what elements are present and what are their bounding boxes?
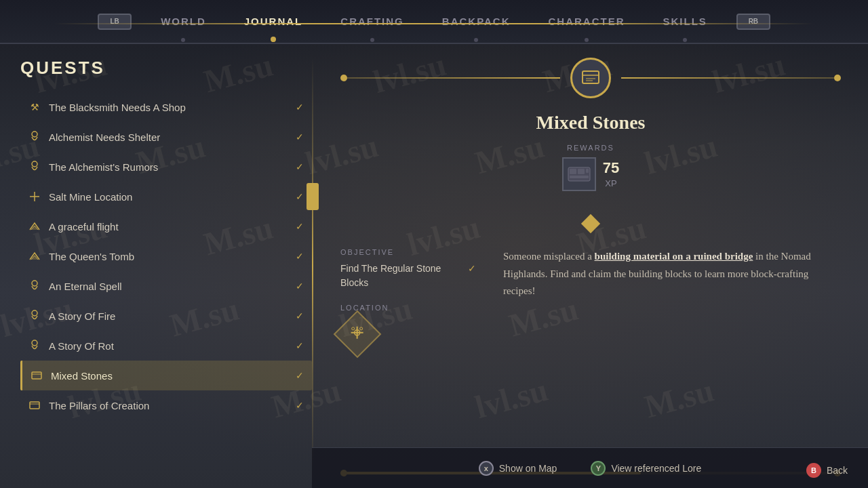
- quest-name-queens-tomb: The Queen's Tomb: [49, 251, 290, 262]
- quest-item-story-fire[interactable]: A Story Of Fire ✓: [20, 301, 312, 331]
- diamond-divider-container: [340, 210, 841, 237]
- svg-rect-18: [586, 169, 589, 173]
- svg-point-4: [32, 281, 37, 286]
- svg-rect-11: [583, 71, 599, 83]
- view-lore-button[interactable]: Y: [591, 461, 606, 476]
- quest-check-eternal-spell: ✓: [296, 281, 304, 292]
- quest-icon-mixed-stones: [29, 368, 44, 383]
- quest-name-pillars: The Pillars of Creation: [49, 400, 290, 411]
- show-map-button[interactable]: x: [479, 461, 494, 476]
- show-map-label: Show on Map: [499, 463, 557, 474]
- detail-header: [340, 58, 841, 98]
- svg-rect-17: [578, 169, 585, 174]
- header-line-left: [347, 77, 560, 79]
- left-shoulder-button[interactable]: LB: [98, 14, 132, 30]
- quest-check-salt-mine: ✓: [296, 191, 304, 203]
- objective-label: OBJECTIVE: [340, 248, 476, 256]
- nav-bar: LB WORLD JOURNAL CRAFTING BACKPACK CHARA…: [0, 0, 868, 44]
- quest-icon-pillars: [27, 398, 42, 413]
- svg-point-5: [32, 310, 37, 316]
- detail-content: OBJECTIVE Find The Regular Stone Blocks …: [340, 248, 841, 458]
- quest-name-eternal-spell: An Eternal Spell: [49, 281, 290, 292]
- quest-icon-alchemist-rumors: [27, 159, 42, 174]
- quest-name-graceful-flight: A graceful flight: [49, 221, 290, 232]
- quest-detail-icon: [570, 58, 611, 98]
- svg-point-0: [32, 131, 37, 137]
- quest-item-graceful-flight[interactable]: A graceful flight ✓: [20, 211, 312, 241]
- svg-point-1: [32, 161, 37, 167]
- header-dot-right: [834, 75, 841, 81]
- rewards-items: 75 XP: [562, 157, 619, 191]
- xp-label: XP: [605, 178, 616, 188]
- quest-icon-blacksmith: ⚒: [27, 100, 42, 115]
- quest-list: ⚒ The Blacksmith Needs A Shop ✓ Alchemis…: [20, 92, 312, 420]
- quest-name-alchemist-shelter: Alchemist Needs Shelter: [49, 131, 290, 143]
- back-circle-button[interactable]: B: [806, 463, 821, 478]
- quest-icon-story-rot: [27, 338, 42, 353]
- objective-location-panel: OBJECTIVE Find The Regular Stone Blocks …: [340, 248, 476, 458]
- quest-item-salt-mine[interactable]: Salt Mine Location ✓: [20, 182, 312, 211]
- quest-icon-salt-mine: [27, 189, 42, 204]
- quests-heading: QUESTS: [20, 58, 312, 79]
- quest-check-graceful-flight: ✓: [296, 221, 304, 232]
- quest-item-eternal-spell[interactable]: An Eternal Spell ✓: [20, 271, 312, 301]
- right-shoulder-button[interactable]: RB: [736, 14, 770, 30]
- quest-item-alchemist-shelter[interactable]: Alchemist Needs Shelter ✓: [20, 122, 312, 152]
- nav-item-skills[interactable]: SKILLS: [644, 10, 726, 33]
- nav-item-backpack[interactable]: BACKPACK: [423, 10, 530, 33]
- location-icon-symbol: [349, 324, 366, 345]
- location-section: LOCATION: [340, 304, 476, 351]
- main-content: QUESTS ⚒ The Blacksmith Needs A Shop ✓ A…: [0, 44, 868, 488]
- quest-item-queens-tomb[interactable]: The Queen's Tomb ✓: [20, 241, 312, 271]
- detail-panel: Mixed Stones REWARDS 75 XP: [313, 44, 868, 488]
- bottom-action-bar: x Show on Map Y View referenced Lore: [312, 447, 868, 488]
- quest-item-story-rot[interactable]: A Story Of Rot ✓: [20, 331, 312, 361]
- svg-point-6: [32, 340, 37, 346]
- reward-icon: [562, 157, 596, 191]
- quest-check-pillars: ✓: [296, 400, 304, 411]
- quest-check-blacksmith: ✓: [296, 102, 304, 113]
- quest-icon-graceful-flight: [27, 219, 42, 234]
- svg-rect-19: [570, 176, 589, 178]
- quest-panel: QUESTS ⚒ The Blacksmith Needs A Shop ✓ A…: [0, 44, 312, 488]
- back-label: Back: [827, 465, 848, 476]
- view-lore-action[interactable]: Y View referenced Lore: [591, 461, 701, 476]
- header-dot-left: [340, 75, 347, 81]
- diamond-divider-icon: [581, 214, 600, 233]
- rewards-section: REWARDS 75 XP: [340, 144, 841, 191]
- quest-name-story-fire: A Story Of Fire: [49, 310, 290, 322]
- objective-text-content: Find The Regular Stone Blocks: [340, 262, 462, 290]
- quest-name-salt-mine: Salt Mine Location: [49, 191, 290, 203]
- rewards-label: REWARDS: [567, 144, 614, 152]
- nav-item-world[interactable]: WORLD: [142, 10, 225, 33]
- quest-name-story-rot: A Story Of Rot: [49, 340, 290, 352]
- description-panel: Someone misplaced a building material on…: [503, 248, 841, 458]
- quest-name-mixed-stones: Mixed Stones: [51, 370, 290, 382]
- quest-item-blacksmith[interactable]: ⚒ The Blacksmith Needs A Shop ✓: [20, 92, 312, 122]
- nav-item-crafting[interactable]: CRAFTING: [321, 10, 423, 33]
- quest-check-alchemist-shelter: ✓: [296, 131, 304, 143]
- xp-amount: 75: [603, 159, 619, 177]
- nav-line: [54, 23, 814, 24]
- svg-rect-16: [570, 169, 576, 174]
- quest-check-story-fire: ✓: [296, 310, 304, 322]
- view-lore-label: View referenced Lore: [611, 463, 701, 474]
- objective-text: Find The Regular Stone Blocks ✓: [340, 262, 476, 290]
- reward-xp: 75 XP: [603, 159, 619, 189]
- quest-check-story-rot: ✓: [296, 340, 304, 352]
- quest-icon-alchemist-shelter: [27, 129, 42, 144]
- quest-item-mixed-stones[interactable]: Mixed Stones ✓: [20, 361, 312, 390]
- scroll-handle[interactable]: [307, 183, 319, 210]
- back-button[interactable]: B Back: [806, 463, 848, 478]
- location-label: LOCATION: [340, 304, 476, 312]
- detail-title: Mixed Stones: [340, 112, 841, 134]
- nav-item-character[interactable]: CHARACTER: [530, 10, 644, 33]
- quest-item-pillars[interactable]: The Pillars of Creation ✓: [20, 390, 312, 420]
- svg-rect-9: [30, 402, 39, 409]
- header-line-right: [621, 77, 834, 79]
- show-on-map-action[interactable]: x Show on Map: [479, 461, 557, 476]
- quest-icon-eternal-spell: [27, 279, 42, 293]
- quest-item-alchemist-rumors[interactable]: The Alchemist's Rumors ✓: [20, 152, 312, 182]
- objective-check: ✓: [468, 262, 476, 276]
- nav-item-journal[interactable]: JOURNAL: [225, 10, 322, 33]
